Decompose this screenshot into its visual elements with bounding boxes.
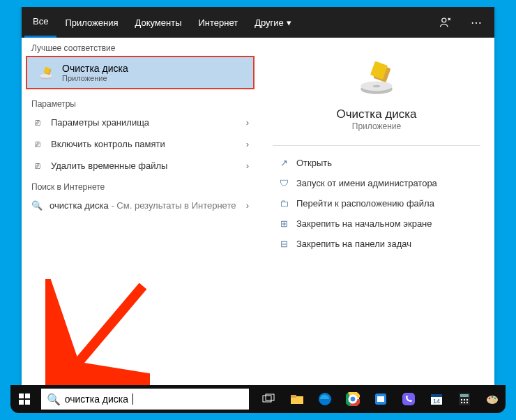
svg-rect-33 xyxy=(460,394,469,397)
svg-rect-12 xyxy=(25,393,30,398)
search-icon: 🔍 xyxy=(47,393,61,406)
svg-point-43 xyxy=(494,398,496,400)
app-blue-icon[interactable] xyxy=(367,385,394,413)
details-title: Очистка диска xyxy=(336,107,416,121)
settings-delete-temp[interactable]: ⎚ Удалить временные файлы › xyxy=(22,155,259,177)
svg-rect-14 xyxy=(25,400,30,405)
results-left-pane: Лучшее соответствие Очистка диска Прилож… xyxy=(22,38,259,385)
folder-icon: 🗀 xyxy=(278,198,289,209)
pin-taskbar-icon: ⊟ xyxy=(278,239,289,249)
chevron-right-icon: › xyxy=(246,200,249,211)
svg-point-0 xyxy=(442,18,446,22)
web-search-item[interactable]: 🔍 очистка диска - См. результаты в Интер… xyxy=(22,195,259,216)
feedback-icon[interactable] xyxy=(430,16,461,29)
calendar-icon[interactable]: 14 xyxy=(423,385,450,413)
tab-apps[interactable]: Приложения xyxy=(56,7,126,38)
settings-storage[interactable]: ⎚ Параметры хранилища › xyxy=(22,112,259,133)
svg-point-44 xyxy=(494,400,496,403)
tab-all[interactable]: Все xyxy=(24,7,56,38)
details-pane: Очистка диска Приложение ↗Открыть 🛡Запус… xyxy=(259,38,494,385)
best-match-item[interactable]: Очистка диска Приложение xyxy=(26,56,255,89)
search-tabs: Все Приложения Документы Интернет Другие… xyxy=(22,7,494,38)
taskbar-search[interactable]: 🔍 очистка диска xyxy=(41,389,249,410)
svg-point-37 xyxy=(461,402,462,403)
svg-point-35 xyxy=(464,399,465,400)
svg-rect-15 xyxy=(263,396,271,402)
search-icon: 🔍 xyxy=(31,200,43,211)
svg-rect-18 xyxy=(291,395,296,398)
open-icon: ↗ xyxy=(278,158,289,168)
tab-more[interactable]: Другие▾ xyxy=(246,7,300,38)
svg-rect-13 xyxy=(19,400,24,405)
storage-icon: ⎚ xyxy=(31,117,44,128)
svg-point-36 xyxy=(466,399,468,400)
svg-point-42 xyxy=(492,396,494,398)
chevron-right-icon: › xyxy=(246,160,249,171)
chevron-right-icon: › xyxy=(246,139,249,149)
start-button[interactable] xyxy=(10,385,38,413)
action-run-as-admin[interactable]: 🛡Запуск от имени администратора xyxy=(273,173,480,193)
svg-point-41 xyxy=(489,398,491,400)
temp-files-icon: ⎚ xyxy=(31,160,44,171)
section-web-search: Поиск в Интернете xyxy=(22,177,259,195)
svg-point-34 xyxy=(461,399,462,400)
taskbar: 🔍 очистка диска 14 xyxy=(10,385,506,413)
pin-start-icon: ⊞ xyxy=(278,218,289,229)
chevron-down-icon: ▾ xyxy=(287,17,291,28)
section-best-match: Лучшее соответствие xyxy=(22,38,259,56)
action-open-location[interactable]: 🗀Перейти к расположению файла xyxy=(273,193,480,213)
svg-rect-11 xyxy=(19,393,24,398)
disk-cleanup-icon xyxy=(37,63,55,82)
viber-icon[interactable] xyxy=(395,385,422,413)
separator xyxy=(273,145,480,146)
svg-rect-27 xyxy=(377,396,384,402)
admin-icon: 🛡 xyxy=(278,178,289,188)
section-settings: Параметры xyxy=(22,93,259,112)
svg-rect-28 xyxy=(402,393,415,405)
chevron-right-icon: › xyxy=(246,117,249,128)
svg-point-38 xyxy=(464,402,465,403)
file-explorer-icon[interactable] xyxy=(284,385,310,413)
chrome-icon[interactable] xyxy=(340,385,366,413)
svg-rect-16 xyxy=(266,394,274,400)
best-match-subtitle: Приложение xyxy=(62,74,128,82)
action-open[interactable]: ↗Открыть xyxy=(273,153,480,173)
edge-icon[interactable] xyxy=(312,385,338,413)
best-match-title: Очистка диска xyxy=(62,63,128,74)
action-pin-taskbar[interactable]: ⊟Закрепить на панели задач xyxy=(273,234,480,254)
search-results-window: Все Приложения Документы Интернет Другие… xyxy=(22,7,494,385)
svg-point-39 xyxy=(466,402,468,403)
paint-icon[interactable] xyxy=(479,385,506,413)
details-subtitle: Приложение xyxy=(352,121,401,131)
tab-docs[interactable]: Документы xyxy=(126,7,190,38)
task-view-icon[interactable] xyxy=(256,385,282,413)
memory-icon: ⎚ xyxy=(31,139,44,149)
disk-cleanup-icon-large xyxy=(357,59,396,98)
action-pin-start[interactable]: ⊞Закрепить на начальном экране xyxy=(273,213,480,234)
svg-point-7 xyxy=(373,85,381,88)
svg-text:14: 14 xyxy=(433,398,440,405)
text-caret xyxy=(132,393,133,405)
settings-memory-control[interactable]: ⎚ Включить контроль памяти › xyxy=(22,133,259,155)
calculator-icon[interactable] xyxy=(451,385,478,413)
more-icon[interactable]: ⋯ xyxy=(461,16,492,29)
svg-point-2 xyxy=(40,74,52,78)
tab-web[interactable]: Интернет xyxy=(190,7,246,38)
search-input-text: очистка диска xyxy=(65,393,128,405)
